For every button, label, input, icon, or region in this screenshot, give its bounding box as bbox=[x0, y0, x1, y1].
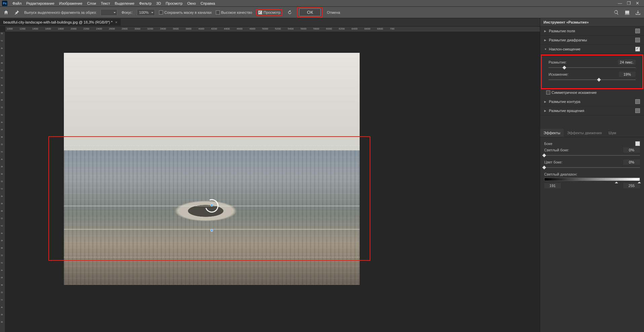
screen-mode-icon[interactable] bbox=[624, 9, 631, 16]
range-high-value[interactable]: 255 bbox=[623, 183, 640, 188]
highlight-preview: Просмотр bbox=[256, 9, 282, 16]
range-low-value[interactable]: 191 bbox=[544, 183, 561, 188]
section-iris-blur[interactable]: ▶Размытие диафрагмы bbox=[540, 36, 644, 45]
light-bokeh-label: Светлый боке: bbox=[544, 148, 569, 152]
color-bokeh-slider[interactable] bbox=[544, 166, 640, 169]
section-tilt-shift[interactable]: ▼Наклон-смещение bbox=[540, 45, 644, 54]
effects-tabs: Эффекты Эффекты движения Шум bbox=[540, 129, 644, 137]
cancel-button[interactable]: Отмена bbox=[327, 10, 340, 14]
highlight-tilt-params: Размытие:24 пикс. Искажение:19% bbox=[541, 54, 643, 89]
light-bokeh-value[interactable]: 0% bbox=[623, 147, 640, 153]
crop-label: Выпуск выделенного фрагмента за обрез: bbox=[24, 10, 96, 14]
window-restore-icon[interactable]: ❐ bbox=[627, 1, 631, 6]
vertical-ruler: 0246802468024680246802468024680246802468 bbox=[0, 32, 5, 332]
tab-effects[interactable]: Эффекты bbox=[540, 129, 564, 137]
share-icon[interactable] bbox=[635, 9, 641, 16]
tab-noise[interactable]: Шум bbox=[605, 129, 619, 137]
blur-value[interactable]: 24 пикс. bbox=[618, 60, 636, 65]
distortion-label: Искажение: bbox=[549, 72, 568, 76]
section-spin-blur[interactable]: ▶Размытие вращения bbox=[540, 106, 644, 115]
light-range-bar[interactable] bbox=[544, 178, 640, 181]
menu-3d[interactable]: 3D bbox=[154, 0, 163, 6]
bokeh-checkbox[interactable] bbox=[635, 141, 640, 146]
window-minimize-icon[interactable]: — bbox=[618, 1, 622, 6]
right-panel-stack: Инструмент «Размытие» ▶Размытие поля ▶Ра… bbox=[540, 18, 644, 332]
section-field-blur[interactable]: ▶Размытие поля bbox=[540, 27, 644, 36]
highlight-ok: ОК bbox=[297, 7, 323, 17]
tab-motion-effects[interactable]: Эффекты движения bbox=[564, 129, 605, 137]
document-tab-title: beautiful-city-landscape-with-tall-build… bbox=[3, 20, 113, 24]
close-tab-icon[interactable]: × bbox=[115, 20, 117, 24]
ok-button[interactable]: ОК bbox=[299, 8, 321, 16]
canvas[interactable] bbox=[5, 32, 540, 332]
menu-image[interactable]: Изображение bbox=[57, 0, 85, 6]
menu-help[interactable]: Справка bbox=[198, 0, 217, 6]
focus-dropdown[interactable]: 100% bbox=[137, 9, 155, 16]
options-bar: Выпуск выделенного фрагмента за обрез: Ф… bbox=[0, 7, 644, 18]
color-bokeh-value[interactable]: 0% bbox=[623, 159, 640, 165]
light-range-label: Светлый диапазон: bbox=[544, 172, 577, 176]
highlight-canvas-area bbox=[48, 136, 370, 261]
section-path-blur[interactable]: ▶Размытие контура bbox=[540, 97, 644, 106]
reset-icon[interactable] bbox=[286, 9, 293, 16]
color-bokeh-label: Цвет боке: bbox=[544, 160, 562, 164]
menu-file[interactable]: Файл bbox=[10, 0, 24, 6]
window-close-icon[interactable]: ✕ bbox=[636, 1, 639, 6]
search-icon[interactable] bbox=[613, 9, 620, 16]
save-mask-checkbox[interactable]: Сохранить маску в каналах bbox=[159, 10, 212, 14]
distortion-slider[interactable] bbox=[549, 78, 636, 81]
crop-dropdown[interactable] bbox=[100, 9, 117, 16]
menu-select[interactable]: Выделение bbox=[113, 0, 137, 6]
blur-tools-panel-title: Инструмент «Размытие» bbox=[540, 18, 644, 27]
distortion-value[interactable]: 19% bbox=[619, 72, 636, 77]
menu-view[interactable]: Просмотр bbox=[163, 0, 185, 6]
menu-window[interactable]: Окно bbox=[185, 0, 198, 6]
focus-label: Фокус: bbox=[121, 10, 132, 14]
menu-bar: Ps Файл Редактирование Изображение Слои … bbox=[0, 0, 644, 7]
document-area: beautiful-city-landscape-with-tall-build… bbox=[0, 18, 540, 332]
light-bokeh-slider[interactable] bbox=[544, 154, 640, 157]
menu-edit[interactable]: Редактирование bbox=[24, 0, 57, 6]
pin-icon[interactable] bbox=[13, 9, 20, 16]
menu-layers[interactable]: Слои bbox=[85, 0, 98, 6]
bokeh-label: Боке bbox=[544, 142, 552, 146]
horizontal-ruler: 1000120014001600180020002200240026002800… bbox=[5, 27, 540, 32]
high-quality-checkbox[interactable]: Высокое качество bbox=[216, 10, 252, 14]
symmetric-distortion-checkbox[interactable]: Симметричное искажение bbox=[540, 90, 644, 97]
menu-filter[interactable]: Фильтр bbox=[137, 0, 154, 6]
document-tab[interactable]: beautiful-city-landscape-with-tall-build… bbox=[0, 19, 121, 26]
blur-slider[interactable] bbox=[549, 66, 636, 69]
menu-text[interactable]: Текст bbox=[98, 0, 113, 6]
app-logo: Ps bbox=[2, 1, 7, 6]
home-icon[interactable] bbox=[3, 9, 9, 16]
blur-label: Размытие: bbox=[549, 60, 567, 64]
preview-checkbox[interactable]: Просмотр bbox=[258, 10, 280, 14]
